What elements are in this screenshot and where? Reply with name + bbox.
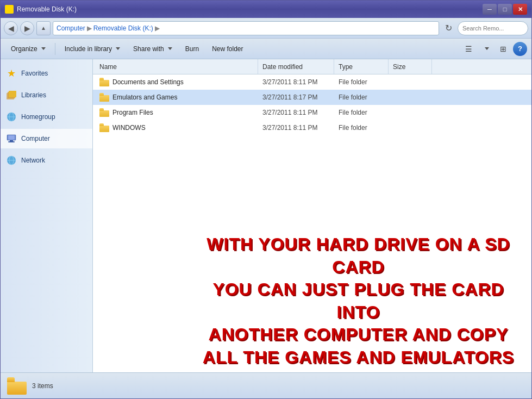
- toolbar: Organize Include in library Share with B…: [1, 39, 531, 59]
- main-content: ★ Favorites Libraries: [1, 59, 531, 372]
- file-name-cell: Documents and Settings: [95, 78, 258, 86]
- window-icon: [5, 5, 14, 14]
- include-library-label: Include in library: [65, 45, 112, 53]
- file-type: File folder: [334, 93, 389, 101]
- svg-rect-7: [8, 135, 15, 140]
- file-name-cell: WINDOWS: [95, 123, 258, 132]
- address-bar: ◀ ▶ ▲ Computer ▶ Removable Disk (K:) ▶ ↻…: [1, 18, 531, 39]
- table-row[interactable]: Documents and Settings 3/27/2011 8:11 PM…: [93, 74, 531, 90]
- status-item-count: 3 items: [32, 382, 53, 390]
- file-rows: Documents and Settings 3/27/2011 8:11 PM…: [93, 74, 531, 372]
- title-bar-left: Removable Disk (K:): [5, 5, 77, 14]
- breadcrumb-disk[interactable]: Removable Disk (K:): [93, 24, 153, 32]
- sidebar-item-homegroup[interactable]: Homegroup: [1, 107, 92, 127]
- breadcrumb-sep1: ▶: [87, 24, 92, 32]
- file-name: Documents and Settings: [112, 78, 184, 86]
- file-name: Program Files: [112, 109, 153, 116]
- forward-button[interactable]: ▶: [20, 21, 34, 35]
- organize-button[interactable]: Organize: [5, 41, 52, 57]
- status-folder-icon: [7, 377, 27, 395]
- svg-rect-8: [10, 140, 13, 141]
- sidebar-section-homegroup: Homegroup: [1, 107, 92, 127]
- toolbar-right: ☰ ⊞ ?: [461, 42, 527, 56]
- file-type: File folder: [334, 124, 389, 132]
- sidebar-section-libraries: Libraries: [1, 85, 92, 105]
- back-button[interactable]: ◀: [4, 21, 18, 35]
- folder-icon: [99, 108, 109, 117]
- homegroup-icon: [6, 111, 17, 122]
- file-date: 3/27/2011 8:11 PM: [258, 78, 334, 86]
- sidebar-item-libraries[interactable]: Libraries: [1, 85, 92, 105]
- include-library-dropdown-icon: [116, 47, 120, 50]
- file-list-header: Name Date modified Type Size: [93, 59, 531, 74]
- status-bar: 3 items: [1, 372, 531, 398]
- favorites-icon: ★: [6, 68, 17, 79]
- svg-rect-9: [8, 141, 15, 142]
- view-caret-icon: [485, 47, 489, 50]
- up-button[interactable]: ▲: [36, 21, 51, 35]
- table-row[interactable]: Program Files 3/27/2011 8:11 PM File fol…: [93, 105, 531, 120]
- folder-icon: [99, 123, 109, 132]
- minimize-button[interactable]: ─: [483, 4, 497, 15]
- file-list-wrapper: Name Date modified Type Size Documents a…: [93, 59, 531, 372]
- homegroup-label: Homegroup: [21, 113, 55, 121]
- sidebar-section-network: Network: [1, 151, 92, 170]
- breadcrumb-computer[interactable]: Computer: [57, 24, 85, 32]
- col-header-type[interactable]: Type: [334, 59, 389, 74]
- table-row[interactable]: WINDOWS 3/27/2011 8:11 PM File folder: [93, 120, 531, 135]
- burn-button[interactable]: Burn: [179, 41, 205, 57]
- svg-rect-2: [9, 91, 16, 97]
- folder-icon: [99, 78, 109, 86]
- col-header-name[interactable]: Name: [95, 59, 258, 74]
- window-controls: ─ □ ✕: [483, 4, 527, 15]
- sidebar-item-computer[interactable]: Computer: [1, 129, 92, 148]
- sidebar-section-favorites: ★ Favorites: [1, 64, 92, 83]
- network-icon: [6, 155, 17, 166]
- sidebar: ★ Favorites Libraries: [1, 59, 93, 372]
- sidebar-item-favorites[interactable]: ★ Favorites: [1, 64, 92, 83]
- col-header-date[interactable]: Date modified: [258, 59, 334, 74]
- folder-icon: [99, 93, 109, 102]
- toolbar-sep1: [55, 43, 55, 55]
- breadcrumb-sep2: ▶: [155, 24, 160, 32]
- file-name: WINDOWS: [112, 124, 146, 132]
- new-folder-label: New folder: [212, 45, 243, 53]
- refresh-button[interactable]: ↻: [441, 21, 455, 35]
- search-input[interactable]: [462, 25, 532, 32]
- file-list: Name Date modified Type Size Documents a…: [93, 59, 531, 372]
- search-box[interactable]: 🔍: [458, 21, 528, 35]
- help-button[interactable]: ?: [513, 42, 527, 56]
- organize-label: Organize: [11, 45, 37, 53]
- share-with-dropdown-icon: [168, 47, 172, 50]
- network-label: Network: [21, 157, 45, 164]
- favorites-label: Favorites: [21, 70, 48, 77]
- title-bar: Removable Disk (K:) ─ □ ✕: [1, 1, 531, 18]
- table-row[interactable]: Emulators and Games 3/27/2011 8:17 PM Fi…: [93, 90, 531, 105]
- file-date: 3/27/2011 8:11 PM: [258, 109, 334, 116]
- file-type: File folder: [334, 78, 389, 86]
- organize-dropdown-icon: [41, 47, 46, 50]
- maximize-button[interactable]: □: [498, 4, 512, 15]
- view-dropdown-button[interactable]: [478, 42, 493, 56]
- libraries-icon: [6, 90, 17, 101]
- burn-label: Burn: [185, 45, 199, 53]
- file-date: 3/27/2011 8:11 PM: [258, 124, 334, 132]
- file-name-cell: Emulators and Games: [95, 93, 258, 102]
- file-name: Emulators and Games: [112, 93, 177, 101]
- breadcrumb[interactable]: Computer ▶ Removable Disk (K:) ▶: [53, 21, 439, 35]
- file-name-cell: Program Files: [95, 108, 258, 117]
- view-details-button[interactable]: ☰: [461, 42, 476, 56]
- close-button[interactable]: ✕: [513, 4, 527, 15]
- col-header-size[interactable]: Size: [389, 59, 432, 74]
- libraries-label: Libraries: [21, 91, 46, 99]
- share-with-label: Share with: [133, 45, 164, 53]
- file-type: File folder: [334, 109, 389, 116]
- include-library-button[interactable]: Include in library: [59, 41, 126, 57]
- sidebar-item-network[interactable]: Network: [1, 151, 92, 170]
- view-large-icon-button[interactable]: ⊞: [496, 42, 511, 56]
- window-title: Removable Disk (K:): [17, 5, 77, 13]
- new-folder-button[interactable]: New folder: [206, 41, 249, 57]
- share-with-button[interactable]: Share with: [127, 41, 178, 57]
- computer-label: Computer: [21, 135, 50, 142]
- sidebar-section-computer: Computer: [1, 129, 92, 148]
